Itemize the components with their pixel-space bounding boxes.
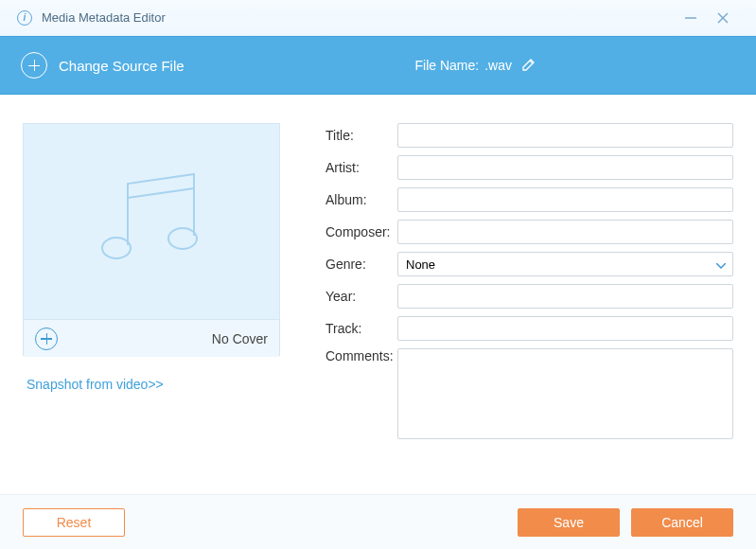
- track-label: Track:: [325, 321, 397, 336]
- cover-box: No Cover: [23, 123, 280, 356]
- close-button[interactable]: [707, 4, 739, 32]
- content: No Cover Snapshot from video>> Title: Ar…: [0, 95, 756, 447]
- file-name-label: File Name:: [415, 58, 480, 73]
- genre-select[interactable]: [397, 252, 733, 276]
- year-label: Year:: [325, 289, 397, 304]
- titlebar: i Media Metadata Editor: [0, 0, 756, 36]
- footer: Reset Save Cancel: [0, 494, 756, 549]
- cover-bar: No Cover: [24, 319, 279, 357]
- cover-column: No Cover Snapshot from video>>: [23, 123, 280, 447]
- music-note-icon: [90, 165, 213, 278]
- window-title: Media Metadata Editor: [42, 10, 166, 25]
- title-label: Title:: [325, 128, 397, 143]
- svg-point-5: [102, 238, 131, 258]
- title-input[interactable]: [397, 123, 733, 148]
- track-input[interactable]: [397, 316, 733, 341]
- change-source-button[interactable]: Change Source File: [59, 58, 185, 74]
- plus-icon[interactable]: [21, 52, 47, 79]
- genre-label: Genre:: [325, 257, 397, 272]
- cancel-button[interactable]: Cancel: [631, 508, 733, 537]
- add-cover-button[interactable]: [35, 328, 58, 350]
- snapshot-from-video-link[interactable]: Snapshot from video>>: [23, 377, 280, 392]
- save-button[interactable]: Save: [518, 508, 620, 537]
- reset-button[interactable]: Reset: [23, 508, 125, 537]
- minimize-button[interactable]: [675, 4, 707, 32]
- album-label: Album:: [325, 192, 397, 207]
- info-icon: i: [17, 10, 32, 26]
- cover-art-placeholder: [24, 124, 279, 319]
- composer-label: Composer:: [325, 224, 397, 239]
- composer-input[interactable]: [397, 220, 733, 244]
- year-input[interactable]: [397, 284, 733, 309]
- artist-input[interactable]: [397, 155, 733, 180]
- no-cover-label: No Cover: [212, 331, 268, 346]
- comments-input[interactable]: [397, 348, 733, 439]
- file-name-value: .wav: [484, 58, 512, 73]
- svg-point-6: [168, 228, 197, 249]
- svg-line-4: [128, 188, 194, 198]
- album-input[interactable]: [397, 187, 733, 212]
- artist-label: Artist:: [325, 160, 397, 175]
- comments-label: Comments:: [325, 348, 397, 363]
- toolbar: Change Source File File Name: .wav: [0, 36, 756, 95]
- edit-filename-icon[interactable]: [521, 57, 536, 75]
- file-name-group: File Name: .wav: [415, 57, 536, 75]
- form-column: Title: Artist: Album: Composer: Genre: Y: [280, 123, 733, 447]
